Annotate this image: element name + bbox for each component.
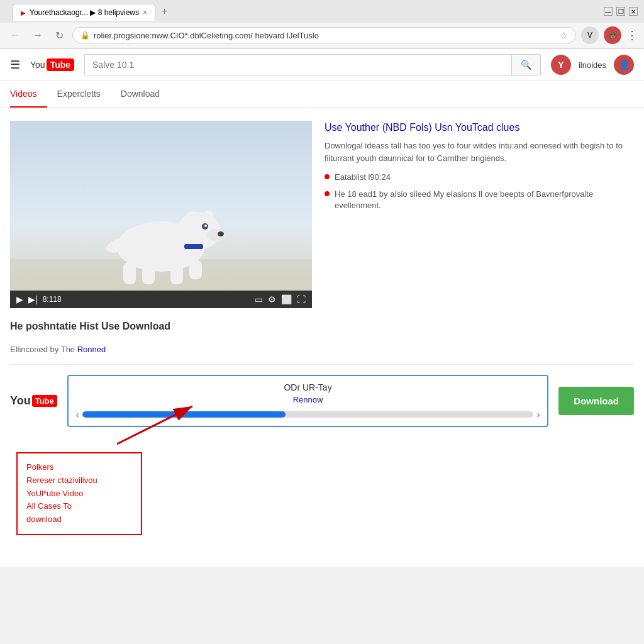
skip-button[interactable]: ▶| bbox=[28, 294, 38, 304]
fullscreen-icon[interactable]: ⛶ bbox=[297, 294, 306, 304]
address-text: rolier.progsione:nww.CIO*.dblCelieting.c… bbox=[94, 31, 556, 40]
search-container: 🔍 bbox=[84, 54, 541, 75]
video-section: ▶ ▶| 8:118 ▭ ⚙ ⬜ ⛶ Use Youther (NBD Fols… bbox=[10, 121, 634, 308]
dl-progress-track bbox=[82, 411, 533, 418]
extension-icon-1[interactable]: V bbox=[581, 26, 599, 44]
refresh-button[interactable]: ↻ bbox=[52, 28, 67, 43]
logo-you-text: You bbox=[30, 60, 45, 70]
avatar-circle[interactable]: Y bbox=[551, 55, 571, 75]
subtitles-icon[interactable]: ▭ bbox=[255, 294, 263, 304]
lock-icon: 🔒 bbox=[80, 31, 90, 40]
annotation-line2: Rereser ctazivilivou bbox=[26, 474, 132, 487]
new-tab-button[interactable]: + bbox=[155, 2, 174, 21]
annotation-text: Polkers Rereser ctazivilivou YoUl*ube Vi… bbox=[26, 461, 132, 526]
video-author: Ellincoried by The Ronned bbox=[10, 345, 634, 354]
video-control-icons: ▭ ⚙ ⬜ ⛶ bbox=[255, 294, 306, 304]
author-prefix: Ellincoried by The bbox=[10, 345, 77, 354]
browser-toolbar: ← → ↻ 🔒 rolier.progsione:nww.CIO*.dblCel… bbox=[0, 23, 644, 48]
toolbar-right: V 🐻 ⋮ bbox=[581, 26, 638, 44]
nav-item-download[interactable]: Download bbox=[111, 81, 170, 108]
author-link[interactable]: Ronned bbox=[77, 345, 106, 354]
forward-button[interactable]: → bbox=[29, 28, 47, 42]
video-description: Downlogal ideass tall has too yes to fou… bbox=[325, 140, 634, 164]
browser-titlebar: ▶ Yourethackaogr... ▶ 8 helipviews × + —… bbox=[0, 0, 644, 23]
back-button[interactable]: ← bbox=[6, 28, 24, 42]
annotation-line4: All Cases To bbox=[26, 500, 132, 513]
svg-rect-11 bbox=[170, 262, 183, 284]
annotation-line1: Polkers bbox=[26, 461, 132, 474]
theater-icon[interactable]: ⬜ bbox=[281, 294, 292, 304]
dl-progress-fill bbox=[82, 411, 285, 418]
video-info: Use Youther (NBD Fols) Usn YouTcad clues… bbox=[325, 121, 634, 216]
dl-progress-subtitle: Rennow bbox=[76, 395, 540, 404]
nav-item-videos[interactable]: Videos bbox=[10, 81, 47, 108]
bullet-item-1: Eatablist l90:24 bbox=[325, 172, 634, 183]
dl-bar-row: ‹ › bbox=[76, 409, 540, 419]
download-section: You Tube ODr UR-Tay Rennow ‹ › Download bbox=[10, 364, 634, 437]
video-thumbnail bbox=[10, 121, 312, 291]
bullet-dot-2 bbox=[325, 191, 330, 196]
svg-rect-10 bbox=[142, 264, 155, 284]
svg-point-7 bbox=[186, 211, 199, 221]
svg-point-8 bbox=[203, 211, 213, 219]
menu-dots[interactable]: ⋮ bbox=[626, 28, 638, 42]
dl-chevron-left[interactable]: ‹ bbox=[76, 409, 79, 419]
svg-rect-15 bbox=[184, 244, 203, 249]
video-thumbnail-svg bbox=[10, 121, 312, 291]
extension-icon-2[interactable]: 🐻 bbox=[604, 26, 621, 44]
logo-tube-text: Tube bbox=[47, 58, 74, 71]
settings-icon[interactable]: ⚙ bbox=[268, 294, 276, 304]
tab-icon: ▶ bbox=[21, 9, 26, 16]
tab-close-button[interactable]: × bbox=[143, 8, 147, 17]
youtube-page: ☰ You Tube 🔍 Y ilnoides 👤 Videos Expercl… bbox=[0, 49, 644, 567]
header-right: Y ilnoides 👤 bbox=[551, 55, 634, 75]
video-title-link[interactable]: Use Youther (NBD Fols) Usn YouTcad clues bbox=[325, 121, 634, 135]
video-player: ▶ ▶| 8:118 ▭ ⚙ ⬜ ⛶ bbox=[10, 121, 312, 308]
dl-progress-title: ODr UR-Tay bbox=[76, 382, 540, 392]
dl-logo-tube: Tube bbox=[32, 395, 57, 407]
annotation-box: Polkers Rereser ctazivilivou YoUl*ube Vi… bbox=[16, 452, 142, 535]
annotation-line3: YoUl*ube Video bbox=[26, 487, 132, 501]
search-button[interactable]: 🔍 bbox=[511, 54, 541, 75]
browser-chrome: ▶ Yourethackaogr... ▶ 8 helipviews × + —… bbox=[0, 0, 644, 49]
bullet-item-2: He 18 ead1 by aIsio slieed My elasions l… bbox=[325, 189, 634, 211]
nav-item-expercletts[interactable]: Expercletts bbox=[47, 81, 111, 108]
svg-point-14 bbox=[218, 231, 224, 236]
yt-logo: You Tube bbox=[30, 58, 74, 71]
bookmark-icon: ☆ bbox=[560, 30, 568, 40]
play-button[interactable]: ▶ bbox=[16, 294, 23, 304]
minimize-button[interactable]: — bbox=[604, 7, 613, 16]
bullet-text-2: He 18 ead1 by aIsio slieed My elasions l… bbox=[335, 189, 634, 211]
address-bar[interactable]: 🔒 rolier.progsione:nww.CIO*.dblCelieting… bbox=[72, 27, 576, 43]
yt-content: ▶ ▶| 8:118 ▭ ⚙ ⬜ ⛶ Use Youther (NBD Fols… bbox=[0, 108, 644, 567]
svg-rect-9 bbox=[123, 262, 136, 284]
dl-yt-logo: You Tube bbox=[10, 394, 57, 408]
restore-button[interactable]: ❐ bbox=[616, 7, 625, 16]
bullet-dot-1 bbox=[325, 174, 330, 179]
tab-bar: ▶ Yourethackaogr... ▶ 8 helipviews × + bbox=[6, 2, 180, 21]
dl-logo-you: You bbox=[10, 394, 31, 408]
user-avatar[interactable]: 👤 bbox=[614, 55, 634, 75]
video-title-below: He poshntatie Hist Use Download bbox=[10, 321, 634, 332]
video-controls: ▶ ▶| 8:118 ▭ ⚙ ⬜ ⛶ bbox=[10, 291, 312, 308]
annotation-area: Polkers Rereser ctazivilivou YoUl*ube Vi… bbox=[10, 447, 634, 554]
annotation-line5: download bbox=[26, 513, 132, 526]
hamburger-menu-icon[interactable]: ☰ bbox=[10, 58, 20, 72]
username-text: ilnoides bbox=[579, 60, 606, 70]
svg-point-6 bbox=[204, 225, 207, 227]
bullet-text-1: Eatablist l90:24 bbox=[335, 172, 391, 183]
close-window-button[interactable]: ✕ bbox=[629, 7, 638, 16]
svg-rect-12 bbox=[189, 260, 202, 279]
tab-title: Yourethackaogr... ▶ 8 helipviews bbox=[30, 8, 139, 17]
dl-chevron-right[interactable]: › bbox=[537, 409, 540, 419]
search-input[interactable] bbox=[84, 54, 511, 75]
download-button[interactable]: Download bbox=[558, 387, 634, 415]
active-tab[interactable]: ▶ Yourethackaogr... ▶ 8 helipviews × bbox=[13, 4, 155, 21]
yt-header: ☰ You Tube 🔍 Y ilnoides 👤 bbox=[0, 49, 644, 81]
dl-progress-box: ODr UR-Tay Rennow ‹ › bbox=[67, 375, 549, 427]
yt-nav: Videos Expercletts Download bbox=[0, 81, 644, 108]
video-time: 8:118 bbox=[43, 295, 62, 304]
